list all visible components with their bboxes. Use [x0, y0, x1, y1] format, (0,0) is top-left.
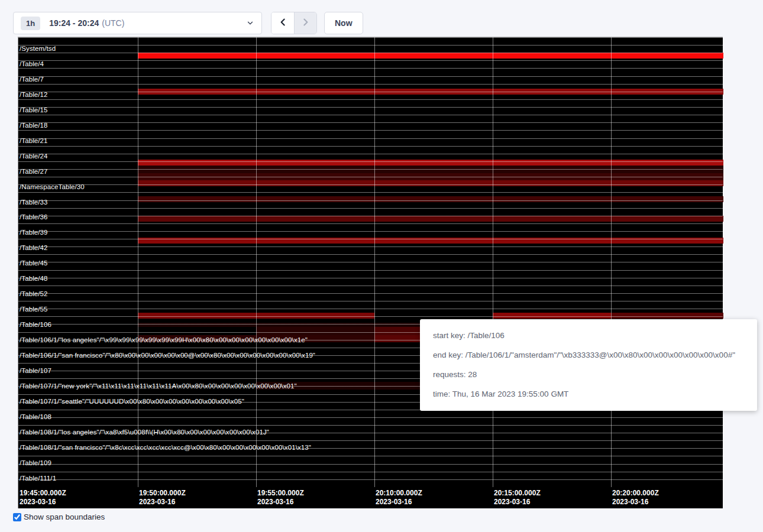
heatmap-band[interactable]	[138, 238, 723, 244]
x-axis-tick: 19:45:00.000Z2023-03-16	[20, 489, 66, 507]
heatmap-bands-layer	[18, 37, 723, 487]
tooltip-line: start key: /Table/106	[433, 326, 744, 345]
time-range-select[interactable]: 1h 19:24 - 20:24 (UTC)	[13, 12, 262, 34]
heatmap-band[interactable]	[138, 53, 723, 59]
x-axis: 19:45:00.000Z2023-03-1619:50:00.000Z2023…	[18, 487, 723, 509]
heatmap-band[interactable]	[138, 180, 723, 186]
time-range-zone: (UTC)	[102, 18, 124, 28]
heatmap-band[interactable]	[256, 327, 374, 335]
tooltip-line: time: Thu, 16 Mar 2023 19:55:00 GMT	[433, 384, 744, 404]
x-axis-tick: 19:55:00.000Z2023-03-16	[257, 489, 304, 507]
tick-time: 19:50:00.000Z	[139, 489, 186, 498]
tick-time: 20:20:00.000Z	[612, 489, 659, 498]
tick-time: 19:55:00.000Z	[257, 489, 304, 498]
show-span-boundaries-label: Show span boundaries	[24, 512, 105, 521]
heatmap-band[interactable]	[138, 216, 723, 222]
heatmap-band[interactable]	[138, 196, 723, 202]
chevron-right-icon	[300, 17, 311, 29]
tooltip-line: end key: /Table/106/1/"amsterdam"/"\xb33…	[433, 345, 744, 365]
show-span-boundaries-checkbox[interactable]	[13, 513, 21, 521]
heatmap-band[interactable]	[138, 160, 723, 166]
tick-time: 20:15:00.000Z	[494, 489, 541, 498]
tick-time: 19:45:00.000Z	[20, 489, 66, 498]
next-time-button[interactable]	[294, 12, 316, 34]
heatmap-band[interactable]	[138, 89, 723, 95]
x-axis-tick: 20:20:00.000Z2023-03-16	[612, 489, 659, 507]
tick-date: 2023-03-16	[139, 498, 186, 507]
tick-date: 2023-03-16	[612, 498, 659, 507]
heatmap-band[interactable]	[138, 166, 723, 173]
time-nav-group	[271, 12, 317, 34]
tick-date: 2023-03-16	[20, 498, 66, 507]
heatmap-band[interactable]	[138, 313, 374, 319]
x-axis-tick: 20:10:00.000Z2023-03-16	[376, 489, 422, 507]
toolbar: 1h 19:24 - 20:24 (UTC) Now	[13, 12, 363, 34]
heatmap-band[interactable]	[493, 313, 611, 319]
heatmap-band[interactable]	[611, 313, 723, 319]
x-axis-tick: 20:15:00.000Z2023-03-16	[494, 489, 541, 507]
tick-date: 2023-03-16	[257, 498, 304, 507]
show-span-boundaries-control: Show span boundaries	[13, 512, 105, 521]
chevron-left-icon	[278, 17, 288, 29]
x-axis-tick: 19:50:00.000Z2023-03-16	[139, 489, 186, 507]
heatmap-band[interactable]	[138, 173, 723, 180]
span-tooltip: start key: /Table/106end key: /Table/106…	[420, 319, 757, 411]
key-visualizer-heatmap[interactable]: /System/tsd/Table/4/Table/7/Table/12/Tab…	[18, 37, 723, 508]
tooltip-line: requests: 28	[433, 365, 744, 384]
time-range-duration-badge: 1h	[21, 17, 40, 30]
heatmap-band[interactable]	[138, 335, 374, 342]
tick-date: 2023-03-16	[376, 498, 422, 507]
tick-date: 2023-03-16	[494, 498, 541, 507]
now-button[interactable]: Now	[324, 12, 363, 34]
prev-time-button[interactable]	[271, 12, 294, 34]
time-range-text: 19:24 - 20:24	[49, 18, 99, 28]
chevron-down-icon	[246, 19, 254, 27]
tick-time: 20:10:00.000Z	[376, 489, 422, 498]
